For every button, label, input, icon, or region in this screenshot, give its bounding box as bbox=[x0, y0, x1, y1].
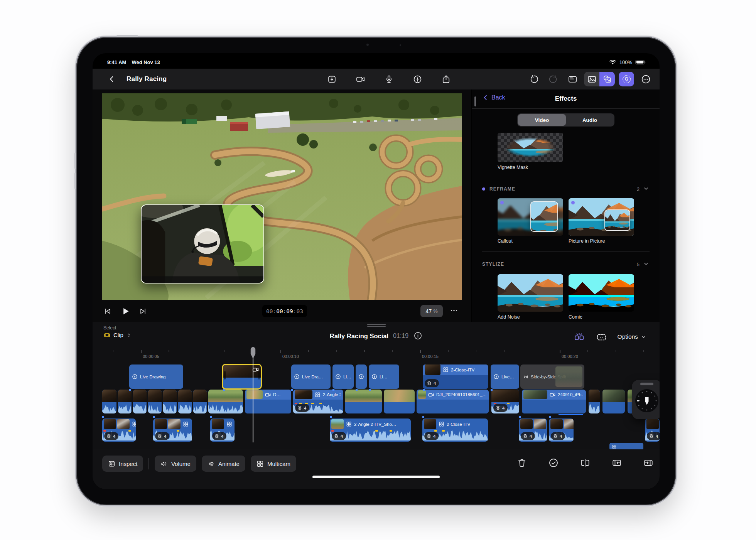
timeline-clip[interactable]: 4 bbox=[153, 418, 192, 442]
home-indicator[interactable] bbox=[312, 476, 440, 478]
timeline-clip[interactable] bbox=[345, 390, 382, 413]
timecode-frames: :03 bbox=[293, 308, 303, 314]
trash-button[interactable] bbox=[516, 456, 528, 469]
pencil-icon bbox=[358, 374, 364, 380]
timeline-clip[interactable]: Li… bbox=[332, 364, 354, 389]
timeline-clip[interactable]: 4 bbox=[519, 418, 547, 442]
effect-thumbnail-callout[interactable] bbox=[498, 198, 563, 236]
approve-button[interactable] bbox=[548, 456, 559, 469]
ruler-tick bbox=[532, 350, 533, 352]
angles-badge: 4 bbox=[521, 432, 535, 440]
clip-thumbnail bbox=[133, 390, 147, 402]
timeline-clip[interactable]: 4 bbox=[645, 418, 660, 442]
effects-button[interactable] bbox=[599, 72, 615, 86]
trim-start-button[interactable] bbox=[611, 456, 623, 469]
timeline-clip[interactable]: L bbox=[356, 364, 367, 389]
timeline-clip[interactable]: 240910_iPh… bbox=[522, 390, 586, 413]
connect-clip-button[interactable] bbox=[595, 331, 608, 343]
project-info-button[interactable] bbox=[413, 331, 422, 341]
timeline-clip[interactable] bbox=[163, 390, 177, 413]
timeline-clip[interactable]: 4 bbox=[491, 390, 519, 413]
timeline-clip[interactable]: DJI_20240910185601_… bbox=[417, 390, 489, 413]
tab-video[interactable]: Video bbox=[518, 114, 566, 126]
timeline-clip[interactable]: Live Dra… bbox=[291, 364, 331, 389]
effect-thumbnail-pip[interactable] bbox=[569, 198, 634, 236]
zoom-level-button[interactable]: 47 % bbox=[420, 305, 443, 317]
timeline-clip[interactable] bbox=[133, 390, 147, 413]
timeline-clip[interactable]: 4 bbox=[210, 418, 235, 442]
effects-panel-header: Back Effects bbox=[472, 89, 660, 109]
keyword-marker bbox=[434, 430, 437, 432]
apple-pencil-hover-dial[interactable] bbox=[632, 380, 660, 419]
effect-label: Callout bbox=[498, 238, 563, 244]
timeline-clip[interactable]: 2-Close-ITV4 bbox=[423, 364, 488, 389]
skip-forward-button[interactable] bbox=[137, 305, 150, 318]
ruler-tick bbox=[224, 350, 225, 352]
tab-audio[interactable]: Audio bbox=[566, 114, 614, 126]
timeline-clip[interactable]: D… bbox=[245, 390, 291, 413]
timeline-clip[interactable] bbox=[118, 390, 132, 413]
undo-button[interactable] bbox=[526, 72, 542, 86]
timeline-clip[interactable] bbox=[208, 390, 243, 413]
timeline-clip[interactable] bbox=[384, 390, 415, 413]
share-button[interactable] bbox=[438, 72, 454, 86]
browser-button[interactable] bbox=[565, 72, 580, 86]
chevron-down-icon bbox=[643, 261, 649, 267]
timeline-project-title: Rally Racing Social bbox=[330, 332, 388, 340]
timeline-clip[interactable] bbox=[102, 390, 116, 413]
timeline-header: Select Clip Rally Racing Social 01:19 bbox=[93, 322, 660, 348]
timeline-clip[interactable]: 2-Close-ITV4 bbox=[422, 418, 488, 442]
trim-end-button[interactable] bbox=[643, 456, 654, 469]
clip-thumbnail bbox=[212, 419, 224, 429]
play-button[interactable] bbox=[119, 305, 132, 318]
inspect-button[interactable]: Inspect bbox=[102, 456, 143, 472]
playhead-handle[interactable] bbox=[250, 347, 256, 361]
section-header-reframe: REFRAME 2 bbox=[482, 185, 650, 193]
more-button[interactable] bbox=[638, 72, 653, 86]
mask-button[interactable] bbox=[619, 72, 634, 86]
timeline-ruler[interactable]: 00:00:0500:00:1000:00:1500:00:20 bbox=[93, 350, 660, 363]
timecode-display[interactable]: 00:00:09:03 bbox=[262, 305, 307, 317]
effect-thumbnail-noise[interactable] bbox=[498, 274, 563, 312]
media-button[interactable] bbox=[584, 72, 599, 86]
redo-button[interactable] bbox=[545, 72, 561, 86]
timeline-drag-handle[interactable] bbox=[367, 324, 386, 328]
timeline-clip-selected[interactable] bbox=[222, 364, 262, 390]
video-camera-button[interactable] bbox=[353, 72, 368, 86]
timeline-clip[interactable]: 2-Angle 2-IT…4 bbox=[293, 390, 343, 413]
volume-button[interactable]: Volume bbox=[155, 456, 196, 472]
draw-button[interactable] bbox=[410, 72, 425, 86]
timeline-clip[interactable]: 1-…4 bbox=[102, 418, 136, 442]
collapse-section-button[interactable] bbox=[643, 261, 650, 268]
timeline-clip[interactable]: Live… bbox=[491, 364, 519, 389]
import-button[interactable] bbox=[324, 72, 339, 86]
timeline-clip[interactable]: Li… bbox=[369, 364, 399, 389]
timeline-clip-disabled[interactable]: Side-by-Side Split bbox=[520, 364, 584, 389]
effect-thumbnail-comic[interactable] bbox=[569, 274, 634, 312]
clip-thumbnail bbox=[193, 390, 207, 402]
timeline-clip[interactable]: 2-Angle 2-ITV_Sho…4 bbox=[330, 418, 411, 442]
ruler-tick bbox=[476, 350, 477, 352]
multicam-button[interactable]: Multicam bbox=[251, 456, 296, 472]
animate-button[interactable]: Animate bbox=[202, 456, 245, 472]
clip-label: Live… bbox=[501, 375, 514, 379]
split-view-button[interactable] bbox=[573, 331, 586, 343]
effect-thumbnail-vignette[interactable] bbox=[498, 133, 563, 162]
viewer-more-button[interactable] bbox=[448, 305, 460, 317]
collapse-section-button[interactable] bbox=[643, 186, 650, 192]
timeline-clip[interactable] bbox=[589, 390, 600, 413]
microphone-button[interactable] bbox=[381, 72, 397, 86]
timeline-clip[interactable] bbox=[602, 390, 625, 413]
options-button[interactable]: Options bbox=[618, 333, 646, 340]
timeline-clip[interactable] bbox=[148, 390, 162, 413]
ruler-label: 00:00:10 bbox=[282, 354, 299, 359]
playhead[interactable] bbox=[253, 351, 253, 442]
split-clip-button[interactable] bbox=[579, 456, 591, 469]
camera-icon bbox=[428, 392, 434, 398]
timeline-clip[interactable] bbox=[178, 390, 192, 413]
skip-back-button[interactable] bbox=[101, 305, 114, 318]
back-button[interactable] bbox=[104, 72, 120, 86]
timeline-clip[interactable]: 4 bbox=[549, 418, 574, 442]
timeline-clip[interactable]: Live Drawing bbox=[129, 364, 183, 389]
timeline-clip[interactable] bbox=[193, 390, 207, 413]
